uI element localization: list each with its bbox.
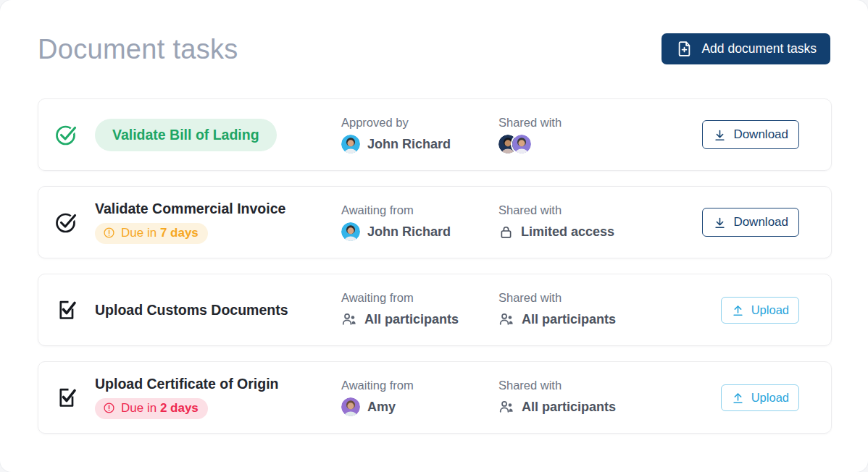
download-button[interactable]: Download (702, 120, 799, 149)
task-title-cell: Validate Bill of Lading (95, 119, 341, 151)
action-button-label: Download (733, 127, 788, 142)
cell-label: Shared with (498, 116, 702, 130)
due-text: Due in 7 days (121, 226, 199, 240)
task-card: Validate Bill of Lading Approved by John… (38, 98, 832, 171)
task-card: Validate Commercial Invoice Due in 7 day… (38, 186, 832, 258)
cell-value-text: John Richard (367, 137, 451, 152)
cell-label: Shared with (498, 291, 721, 305)
cell-person: Awaiting from John Richard (341, 203, 498, 241)
due-badge: Due in 2 days (95, 398, 208, 419)
task-title-badge: Validate Bill of Lading (95, 119, 277, 151)
task-list: Validate Bill of Lading Approved by John… (38, 98, 832, 434)
task-title: Upload Certificate of Origin (95, 376, 279, 392)
cell-value-text: John Richard (367, 224, 451, 240)
cell-label: Awaiting from (341, 379, 498, 392)
due-badge: Due in 7 days (95, 223, 208, 244)
avatar-amy (341, 397, 360, 416)
cell-value-text: All participants (522, 312, 616, 327)
people-icon (498, 311, 514, 327)
task-card: Upload Certificate of Origin Due in 2 da… (38, 361, 832, 434)
cell-value-text: All participants (364, 312, 459, 327)
cell-value-text: Amy (367, 400, 396, 415)
cell-value-text: All participants (522, 400, 616, 415)
upload-button[interactable]: Upload (721, 297, 799, 324)
action-button-label: Upload (751, 303, 789, 317)
download-icon (713, 128, 727, 142)
task-title-cell: Validate Commercial Invoice Due in 7 day… (95, 201, 341, 243)
people-icon (341, 311, 357, 327)
cell-person: Approved by John Richard (341, 116, 498, 153)
document-tasks-panel: Document tasks Add document tasks Valida… (0, 0, 868, 472)
task-title-cell: Upload Certificate of Origin Due in 2 da… (95, 376, 341, 418)
shared-avatar-group (498, 135, 531, 153)
task-title-cell: Upload Customs Documents (95, 302, 341, 318)
cell-label: Shared with (498, 379, 721, 392)
task-card: Upload Customs Documents Awaiting from A… (38, 274, 832, 346)
people-icon (498, 399, 514, 415)
document-plus-icon (675, 40, 693, 58)
action-button-label: Upload (751, 391, 789, 405)
download-button[interactable]: Download (702, 208, 799, 237)
task-title: Validate Commercial Invoice (95, 201, 285, 216)
upload-button[interactable]: Upload (721, 384, 799, 411)
cell-shared: Shared with (498, 116, 702, 153)
check-circle-dark-icon (54, 210, 79, 235)
check-circle-green-icon (54, 122, 79, 147)
document-check-icon (54, 385, 79, 410)
document-check-icon (54, 298, 79, 322)
cell-label: Awaiting from (341, 291, 498, 305)
cell-shared: Shared with Limited access (498, 203, 702, 241)
download-icon (713, 216, 727, 229)
page-title: Document tasks (38, 35, 238, 63)
avatar-john (341, 222, 360, 241)
lock-icon (498, 224, 514, 240)
add-button-label: Add document tasks (701, 41, 817, 56)
header: Document tasks Add document tasks (0, 0, 868, 64)
upload-icon (731, 391, 745, 405)
cell-shared: Shared with All participants (498, 291, 721, 329)
cell-label: Awaiting from (341, 203, 498, 217)
cell-shared: Shared with All participants (498, 379, 721, 416)
cell-value-text: Limited access (521, 224, 614, 240)
due-text: Due in 2 days (121, 401, 199, 416)
action-button-label: Download (733, 215, 788, 229)
avatar-alex (512, 135, 531, 153)
task-title: Validate Bill of Lading (112, 127, 259, 143)
task-title: Upload Customs Documents (95, 302, 288, 318)
avatar-john (341, 135, 360, 153)
cell-label: Approved by (341, 116, 498, 130)
alert-circle-icon (103, 227, 115, 239)
cell-person: Awaiting from Amy (341, 379, 498, 416)
cell-person: Awaiting from All participants (341, 291, 498, 329)
add-document-tasks-button[interactable]: Add document tasks (662, 33, 830, 64)
alert-circle-icon (103, 402, 115, 414)
cell-label: Shared with (498, 203, 702, 217)
upload-icon (731, 303, 745, 317)
